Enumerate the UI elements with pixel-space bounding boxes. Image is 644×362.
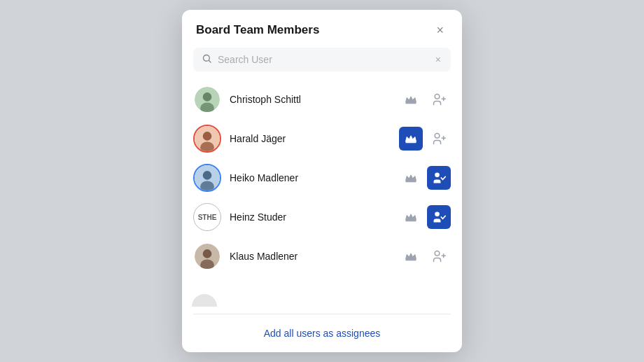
members-list: Christoph Schittl Harald Jäger Heiko M bbox=[182, 80, 462, 276]
svg-point-6 bbox=[435, 95, 440, 99]
board-team-members-modal: Board Team Members × × Christoph Schittl bbox=[182, 10, 462, 352]
loading-row bbox=[182, 276, 462, 311]
member-name: Christoph Schittl bbox=[230, 94, 391, 105]
svg-line-1 bbox=[209, 60, 211, 62]
member-name: Klaus Madlener bbox=[230, 251, 391, 262]
assign-button[interactable] bbox=[427, 244, 451, 268]
search-box: × bbox=[193, 48, 451, 71]
avatar bbox=[193, 164, 221, 192]
crown-button[interactable] bbox=[399, 127, 423, 151]
action-icons bbox=[399, 244, 451, 268]
svg-rect-5 bbox=[406, 102, 416, 104]
svg-point-11 bbox=[200, 142, 214, 153]
svg-rect-21 bbox=[406, 220, 416, 221]
search-clear-icon[interactable]: × bbox=[434, 54, 442, 65]
close-button[interactable]: × bbox=[432, 22, 448, 38]
action-icons bbox=[399, 166, 451, 190]
action-icons bbox=[399, 88, 451, 111]
search-input[interactable] bbox=[218, 54, 428, 65]
member-row: Klaus Madlener bbox=[185, 237, 459, 276]
svg-rect-26 bbox=[406, 259, 416, 260]
assign-button[interactable] bbox=[427, 88, 451, 111]
avatar bbox=[193, 85, 221, 113]
member-row: Heiko Madlener bbox=[185, 158, 459, 197]
assign-button[interactable] bbox=[427, 127, 451, 151]
svg-point-13 bbox=[435, 134, 440, 139]
separator bbox=[193, 314, 451, 314]
member-name: Heinz Studer bbox=[230, 211, 391, 223]
search-icon bbox=[202, 53, 212, 66]
crown-button[interactable] bbox=[399, 88, 423, 111]
avatar bbox=[193, 125, 221, 153]
add-all-button[interactable]: Add all users as assignees bbox=[264, 328, 381, 339]
svg-point-10 bbox=[203, 132, 212, 141]
member-name: Heiko Madlener bbox=[230, 172, 391, 183]
avatar bbox=[193, 242, 221, 270]
svg-point-27 bbox=[435, 251, 440, 256]
svg-point-4 bbox=[200, 103, 214, 114]
member-name: Harald Jäger bbox=[230, 133, 391, 144]
modal-header: Board Team Members × bbox=[182, 10, 462, 48]
assign-button[interactable] bbox=[427, 166, 451, 190]
member-row: STHE Heinz Studer bbox=[185, 197, 459, 237]
svg-point-24 bbox=[203, 249, 212, 258]
crown-button[interactable] bbox=[399, 166, 423, 190]
member-row: Christoph Schittl bbox=[185, 80, 459, 119]
svg-point-3 bbox=[203, 92, 212, 102]
action-icons bbox=[399, 205, 451, 229]
avatar: STHE bbox=[193, 203, 221, 231]
modal-footer: Add all users as assignees bbox=[182, 317, 462, 352]
svg-rect-12 bbox=[406, 141, 416, 143]
svg-point-20 bbox=[435, 173, 440, 178]
svg-rect-19 bbox=[406, 181, 416, 182]
svg-point-17 bbox=[203, 171, 212, 180]
svg-point-25 bbox=[200, 260, 214, 271]
assign-button[interactable] bbox=[427, 205, 451, 229]
member-row: Harald Jäger bbox=[185, 119, 459, 158]
modal-title: Board Team Members bbox=[196, 23, 319, 37]
svg-point-22 bbox=[435, 212, 440, 217]
crown-button[interactable] bbox=[399, 205, 423, 229]
action-icons bbox=[399, 127, 451, 151]
svg-point-18 bbox=[200, 181, 214, 193]
search-container: × bbox=[182, 48, 462, 80]
crown-button[interactable] bbox=[399, 244, 423, 268]
